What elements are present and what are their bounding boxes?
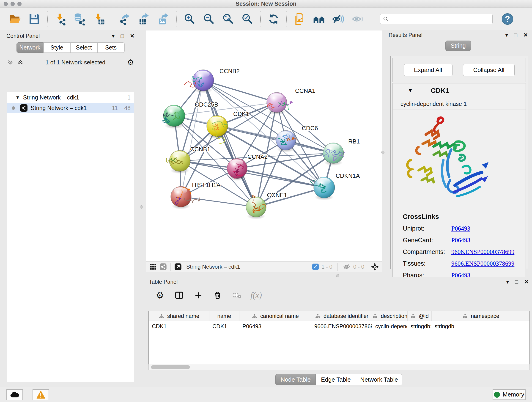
birds-eye-view-icon[interactable] [370, 262, 380, 271]
network-share-view-icon[interactable] [158, 262, 168, 271]
panel-float-icon[interactable]: □ [514, 32, 517, 38]
open-in-window-icon[interactable] [173, 262, 183, 271]
show-all-button[interactable] [350, 12, 365, 26]
panel-float-icon[interactable]: □ [515, 279, 518, 285]
selected-nodes-checkbox-icon[interactable]: ✓ [312, 264, 319, 270]
export-network-button[interactable] [118, 12, 132, 26]
tab-network[interactable]: Network [17, 42, 44, 53]
first-neighbors-button[interactable] [312, 12, 326, 26]
column-header--id[interactable]: @id [407, 311, 431, 321]
add-column-icon[interactable]: + [193, 290, 203, 300]
tab-edge-table[interactable]: Edge Table [316, 374, 356, 385]
graph-node-label: CDC25B [195, 101, 218, 108]
crosslink-label: GeneCard: [403, 237, 451, 244]
network-tree: ▼ String Network – cdk1 1 String Network… [7, 92, 134, 382]
table-cell[interactable]: CDK1 [149, 321, 209, 331]
cloud-status-button[interactable] [6, 389, 23, 400]
network-collection-row[interactable]: ▼ String Network – cdk1 1 [7, 92, 134, 103]
collapse-all-button[interactable]: Collapse All [463, 64, 515, 76]
zoom-out-button[interactable] [202, 12, 216, 26]
graph-edge-CCNB2-HIST1H1A[interactable] [181, 80, 203, 197]
table-cell[interactable]: cyclin-dependent ... [372, 321, 407, 331]
table-cell[interactable]: stringdb [431, 321, 530, 331]
network-row[interactable]: String Network – cdk1 11 48 [7, 103, 134, 113]
collection-expand-arrow-icon[interactable]: ▼ [15, 95, 20, 100]
table-cell[interactable]: P06493 [239, 321, 311, 331]
toolbar-search[interactable] [380, 14, 493, 24]
crosslink-link[interactable]: 9606.ENSP00000378699 [451, 249, 514, 255]
column-header-description[interactable]: description [372, 311, 407, 321]
gene-section-header[interactable]: ▼ CDK1 [393, 83, 526, 98]
zoom-in-button[interactable] [183, 12, 197, 26]
graph-node-CDKN1A[interactable]: CDKN1A [310, 172, 360, 200]
panel-menu-icon[interactable]: ▾ [506, 279, 509, 285]
gene-collapse-arrow-icon[interactable]: ▼ [408, 88, 413, 94]
open-session-button[interactable] [8, 12, 22, 26]
search-input[interactable] [389, 16, 490, 22]
table-cell[interactable]: CDK1 [209, 321, 239, 331]
tab-style[interactable]: Style [44, 42, 70, 53]
hide-selected-button[interactable] [331, 12, 345, 26]
export-table-button[interactable] [137, 12, 152, 26]
column-header-shared-name[interactable]: shared name [149, 311, 209, 321]
crosslink-link[interactable]: 9606.ENSP00000378699 [451, 260, 514, 267]
tab-select[interactable]: Select [70, 42, 98, 53]
import-network-database-button[interactable] [73, 12, 87, 26]
network-options-gear-icon[interactable]: ⚙ [127, 58, 134, 67]
save-session-button[interactable] [27, 12, 41, 26]
zoom-fit-button[interactable] [221, 12, 235, 26]
graph-node-CCNA1[interactable]: CCNA1 [267, 87, 315, 115]
crosslink-link[interactable]: P06493 [451, 225, 470, 232]
help-button[interactable]: ? [502, 13, 513, 25]
graph-edge-CCNB2-CCNA1[interactable] [203, 80, 277, 102]
new-network-from-selection-button[interactable] [293, 12, 307, 26]
delete-column-trash-icon[interactable] [213, 290, 223, 300]
graph-node-CCNE1[interactable]: CCNE1 [246, 191, 287, 219]
control-panel-tabs: Network Style Select Sets [3, 42, 138, 53]
table-options-gear-icon[interactable]: ⚙ [155, 290, 165, 300]
tab-sets[interactable]: Sets [98, 42, 125, 53]
collapse-all-icon[interactable] [7, 59, 14, 66]
column-header-name[interactable]: name [209, 311, 239, 321]
panel-close-icon[interactable]: ✕ [130, 33, 134, 39]
graph-edge-HIST1H1A-CCNE1[interactable] [181, 197, 256, 207]
crosslink-row: Compartments: 9606.ENSP00000378699 [403, 249, 526, 255]
network-canvas[interactable]: CCNB2CCNA1CDC25BCDK1CDC6RB1CCNB1CCNA2CDK… [146, 31, 382, 261]
grid-view-icon[interactable] [148, 262, 158, 271]
refresh-layout-button[interactable] [266, 12, 281, 26]
column-header-canonical-name[interactable]: canonical name [239, 311, 311, 321]
graph-node-RB1[interactable]: RB1 [323, 138, 360, 166]
crosslink-row: GeneCard: P06493 [403, 237, 526, 244]
column-header-database-identifier[interactable]: database identifier [311, 311, 372, 321]
tab-string[interactable]: String [445, 41, 471, 51]
import-table-button[interactable] [92, 12, 106, 26]
panel-menu-icon[interactable]: ▾ [112, 33, 114, 39]
table-row[interactable]: CDK1CDK1P064939606.ENSP00000378699cyclin… [149, 321, 530, 331]
scrollbar-thumb[interactable] [151, 365, 190, 369]
expand-all-icon[interactable] [17, 59, 24, 66]
vertical-splitter-handle[interactable] [381, 151, 385, 154]
zoom-selected-button[interactable] [240, 12, 254, 26]
memory-button[interactable]: Memory [493, 389, 526, 400]
crosslink-link[interactable]: P06493 [451, 237, 470, 244]
expand-all-button[interactable]: Expand All [404, 64, 452, 76]
graph-node-HIST1H1A[interactable]: HIST1H1A [171, 182, 221, 209]
import-network-file-button[interactable] [53, 12, 68, 26]
network-graph[interactable]: CCNB2CCNA1CDC25BCDK1CDC6RB1CCNB1CCNA2CDK… [146, 31, 382, 261]
export-image-button[interactable] [157, 12, 171, 26]
footer-separator [171, 263, 171, 271]
panel-close-icon[interactable]: ✕ [524, 279, 529, 285]
hidden-elements-eye-icon[interactable] [343, 263, 351, 271]
panel-float-icon[interactable]: □ [120, 33, 124, 39]
panel-menu-icon[interactable]: ▾ [505, 32, 508, 38]
tab-node-table[interactable]: Node Table [275, 374, 316, 385]
show-columns-icon[interactable] [174, 290, 184, 300]
tab-network-table[interactable]: Network Table [356, 374, 402, 385]
vertical-splitter-handle[interactable] [140, 205, 143, 209]
column-header-namespace[interactable]: namespace [431, 311, 530, 321]
table-cell[interactable]: stringdb:9... [407, 321, 431, 331]
table-cell[interactable]: 9606.ENSP00000378699 [311, 321, 372, 331]
table-horizontal-scrollbar[interactable] [148, 364, 530, 370]
panel-close-icon[interactable]: ✕ [523, 32, 528, 38]
warnings-button[interactable] [32, 389, 49, 400]
